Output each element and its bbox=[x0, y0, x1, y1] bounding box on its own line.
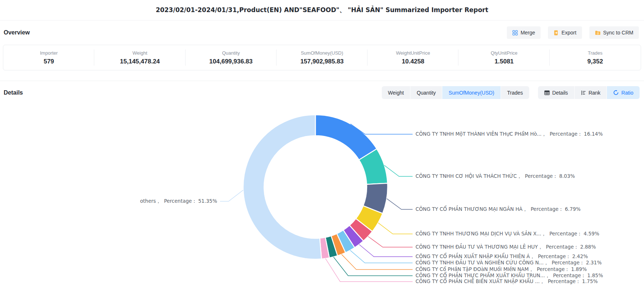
chart-label: others， Percentage : 51.35% bbox=[140, 198, 217, 205]
chart-label: CÔNG TY TNHH ĐẦU TƯ VÀ THƯƠNG MẠI LÊ HUY… bbox=[416, 243, 596, 250]
chart-label-line bbox=[359, 245, 413, 257]
chart-label-line bbox=[325, 258, 413, 282]
chart-label-line bbox=[384, 165, 413, 176]
chart-label-line bbox=[387, 199, 413, 209]
chart-label-line bbox=[220, 190, 243, 201]
chart-label: CÔNG TY CỔ PHẦN CHẾ BIẾN XUẤT NHẬP KHẨU … bbox=[416, 278, 598, 285]
donut-slice[interactable] bbox=[315, 115, 377, 160]
donut-chart: CÔNG TY TNHH MộT THÀNH VIÊN THựC PHẩM Hò… bbox=[0, 0, 644, 286]
donut-chart-svg bbox=[0, 0, 644, 286]
chart-label: CÔNG TY CỔ PHẦN THƯƠNG MẠI NGÂN HÀ， Perc… bbox=[416, 206, 581, 213]
chart-label: CÔNG TY TNHH MộT THÀNH VIÊN THựC PHẩM Hò… bbox=[416, 131, 603, 138]
donut-slice[interactable] bbox=[243, 115, 322, 259]
chart-label: CÔNG TY TNHH THƯƠNG MẠI DỊCH VỤ VÀ SẢN X… bbox=[416, 230, 599, 237]
chart-label-line bbox=[333, 257, 413, 276]
chart-label-line bbox=[378, 223, 413, 234]
chart-label: CÔNG TY TNHH ĐẦU TƯ VÀ NGHIÊN CỨU CÔNG N… bbox=[416, 259, 602, 266]
chart-label-line bbox=[368, 236, 413, 247]
chart-label: CÔNG TY TNHH CƠ HỘI VÀ THÁCH THỨC， Perce… bbox=[416, 173, 575, 180]
